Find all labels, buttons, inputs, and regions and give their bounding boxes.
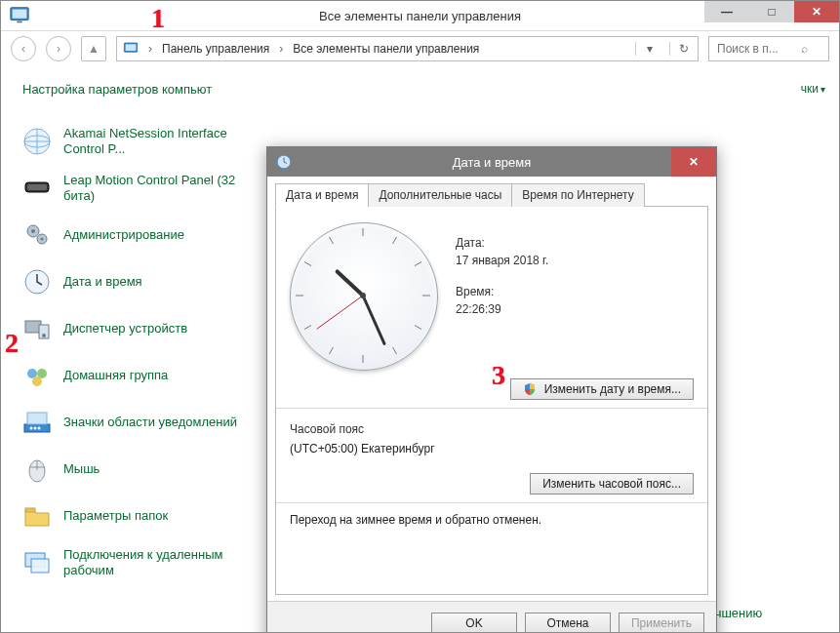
search-box[interactable]: ⌕ [708, 36, 829, 61]
mouse-icon [20, 453, 54, 486]
search-input[interactable] [715, 41, 797, 57]
remote-icon [20, 546, 54, 579]
dialog-close-button[interactable]: ✕ [671, 147, 716, 177]
svg-line-51 [338, 271, 363, 296]
dialog-footer: OK Отмена Применить [267, 601, 716, 633]
item-label: Администрирование [63, 227, 184, 243]
svg-line-50 [330, 237, 334, 244]
item-label: Дата и время [63, 274, 142, 290]
ok-button[interactable]: OK [431, 613, 517, 633]
dialog-titlebar[interactable]: Дата и время ✕ [267, 147, 716, 177]
item-label: Параметры папок [63, 508, 168, 524]
svg-line-53 [317, 296, 363, 329]
svg-point-54 [360, 293, 366, 298]
item-label: Домашняя группа [63, 368, 168, 383]
svg-point-23 [34, 427, 37, 430]
time-label: Время: [456, 285, 548, 298]
svg-line-43 [393, 237, 397, 244]
change-timezone-button[interactable]: Изменить часовой пояс... [530, 473, 694, 495]
svg-rect-20 [24, 424, 50, 432]
svg-point-19 [32, 376, 42, 386]
breadcrumb-root[interactable]: Панель управления [162, 42, 269, 56]
tab-datetime[interactable]: Дата и время [275, 183, 369, 207]
change-datetime-button[interactable]: Изменить дату и время... [510, 378, 694, 400]
refresh-button[interactable]: ↻ [669, 42, 692, 56]
tabs: Дата и время Дополнительные часы Время п… [275, 182, 708, 207]
tray-icon [20, 406, 54, 439]
timezone-value: (UTC+05:00) Екатеринбург [290, 442, 694, 455]
svg-line-46 [393, 347, 397, 354]
item-mouse[interactable]: Мышь [20, 450, 264, 489]
svg-rect-1 [13, 10, 27, 19]
page-heading: Настройка параметров компьют [22, 82, 820, 97]
item-tray[interactable]: Значки области уведомлений [20, 403, 264, 442]
item-leapmotion[interactable]: Leap Motion Control Panel (32 бита) [20, 169, 264, 208]
gears-icon [20, 218, 54, 252]
svg-rect-2 [17, 21, 22, 23]
globe-icon [20, 125, 54, 158]
item-label: Подключения к удаленным рабочим [63, 547, 264, 577]
svg-point-24 [38, 427, 41, 430]
chevron-right-icon: › [148, 42, 152, 56]
folder-icon [20, 499, 54, 533]
search-icon: ⌕ [801, 42, 808, 56]
item-label: Диспетчер устройств [63, 321, 187, 336]
content-area: Настройка параметров компьют чки▾ Akamai… [1, 66, 839, 633]
minimize-button[interactable]: — [704, 1, 749, 22]
item-devmgr[interactable]: Диспетчер устройств [20, 309, 264, 348]
svg-rect-21 [27, 413, 47, 424]
back-button[interactable]: ‹ [11, 36, 36, 61]
dst-note: Переход на зимнее время и обратно отмене… [290, 513, 694, 527]
up-button[interactable]: ▲ [81, 36, 106, 61]
device-icon [20, 172, 54, 205]
maximize-button[interactable]: □ [749, 1, 794, 22]
tab-additional-clocks[interactable]: Дополнительные часы [368, 183, 512, 207]
timezone-section: Часовой пояс (UTC+05:00) Екатеринбург Из… [290, 422, 694, 495]
navbar: ‹ › ▲ › Панель управления › Все элементы… [1, 31, 839, 66]
item-label: Мышь [63, 461, 100, 477]
annotation-1: 1 [151, 3, 165, 34]
address-bar[interactable]: › Панель управления › Все элементы панел… [116, 36, 699, 61]
close-button[interactable]: ✕ [794, 1, 839, 22]
clock-icon [20, 265, 54, 298]
tab-panel: Дата: 17 января 2018 г. Время: 22:26:39 [275, 207, 708, 595]
date-value: 17 января 2018 г. [456, 254, 548, 267]
time-value: 22:26:39 [456, 302, 548, 316]
view-by-dropdown[interactable]: чки▾ [801, 82, 825, 96]
item-akamai[interactable]: Akamai NetSession Interface Control P... [20, 122, 264, 161]
homegroup-icon [20, 359, 54, 392]
dialog-icon [275, 153, 293, 171]
hardware-icon [20, 312, 54, 345]
timezone-label: Часовой пояс [290, 422, 694, 436]
item-folderopts[interactable]: Параметры папок [20, 496, 264, 535]
dialog-title: Дата и время [453, 155, 532, 170]
item-datetime[interactable]: Дата и время [20, 262, 264, 301]
svg-point-22 [30, 427, 33, 430]
date-label: Дата: [456, 236, 548, 250]
breadcrumb-current[interactable]: Все элементы панели управления [293, 42, 479, 56]
item-admin[interactable]: Администрирование [20, 216, 264, 255]
control-panel-window: Все элементы панели управления — □ ✕ ‹ ›… [0, 0, 840, 633]
svg-rect-8 [27, 184, 47, 190]
item-label: Akamai NetSession Interface Control P... [63, 126, 264, 156]
address-dropdown[interactable]: ▾ [635, 42, 658, 56]
svg-point-12 [40, 237, 43, 240]
item-label: Leap Motion Control Panel (32 бита) [63, 173, 264, 203]
item-homegroup[interactable]: Домашняя группа [20, 356, 264, 395]
cancel-button[interactable]: Отмена [525, 613, 611, 633]
titlebar: Все элементы панели управления — □ ✕ [1, 1, 839, 31]
svg-line-47 [330, 347, 334, 354]
shield-icon [523, 382, 537, 396]
item-remote[interactable]: Подключения к удаленным рабочим [20, 543, 264, 582]
forward-button[interactable]: › [46, 36, 71, 61]
tab-internet-time[interactable]: Время по Интернету [511, 183, 644, 207]
apply-button[interactable]: Применить [619, 613, 704, 633]
svg-point-16 [42, 334, 46, 337]
button-label: Изменить дату и время... [544, 382, 681, 396]
control-panel-icon [9, 5, 30, 26]
svg-line-44 [415, 262, 421, 266]
analog-clock [290, 222, 436, 369]
annotation-2: 2 [5, 328, 19, 359]
svg-rect-4 [126, 44, 137, 51]
window-buttons: — □ ✕ [704, 1, 839, 22]
